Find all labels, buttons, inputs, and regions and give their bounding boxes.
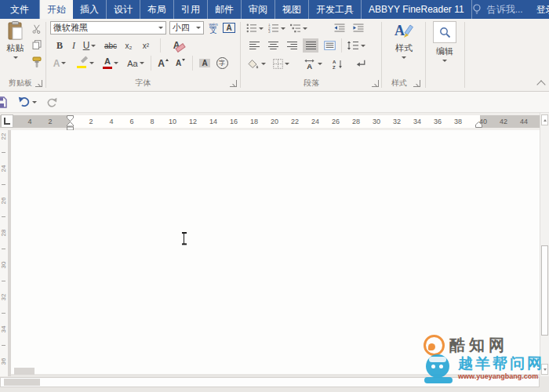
highlight-pen-icon bbox=[76, 58, 88, 68]
paste-button[interactable]: 粘贴 bbox=[2, 21, 28, 73]
numbering-dropdown-arrow bbox=[281, 27, 285, 30]
numbered-list-icon: 123 bbox=[268, 24, 279, 33]
enclose-characters-button[interactable]: 字 bbox=[215, 56, 229, 71]
show-hide-marks-button[interactable] bbox=[353, 56, 369, 71]
vertical-scrollbar[interactable] bbox=[540, 113, 549, 376]
tell-me-box[interactable]: 告诉我... bbox=[487, 3, 523, 16]
strikethrough-button[interactable]: abc bbox=[102, 38, 119, 53]
save-icon[interactable] bbox=[0, 96, 7, 108]
styles-dialog-launcher-icon[interactable] bbox=[413, 80, 420, 87]
line-spacing-dropdown-arrow bbox=[361, 45, 365, 47]
ruler-number: 22 bbox=[291, 115, 299, 128]
font-name-combobox[interactable]: 微软雅黑 bbox=[50, 21, 166, 34]
align-center-button[interactable] bbox=[265, 38, 281, 53]
asian-layout-button[interactable]: A bbox=[301, 56, 325, 71]
redo-button[interactable] bbox=[46, 97, 57, 107]
clipboard-dialog-launcher-icon[interactable] bbox=[35, 80, 42, 87]
cut-button[interactable] bbox=[30, 23, 44, 35]
highlight-color-button[interactable] bbox=[74, 56, 96, 71]
svg-text:Z: Z bbox=[333, 65, 336, 69]
shading-bucket-icon bbox=[248, 59, 260, 69]
underline-button[interactable]: U bbox=[81, 38, 98, 53]
shading-button[interactable] bbox=[245, 56, 267, 71]
bold-button[interactable]: B bbox=[53, 38, 66, 53]
shrink-font-button[interactable]: A bbox=[173, 56, 187, 71]
ribbon-tab-bar: 文件开始插入设计布局引用邮件审阅视图开发工具ABBYY FineReader 1… bbox=[0, 0, 549, 19]
paragraph-dialog-launcher-icon[interactable] bbox=[372, 80, 379, 87]
line-spacing-button[interactable] bbox=[346, 38, 366, 53]
horizontal-scrollbar-thumb[interactable] bbox=[4, 379, 40, 386]
group-separator bbox=[381, 22, 382, 88]
ribbon-tab[interactable]: 设计 bbox=[107, 0, 140, 19]
small-separator bbox=[341, 38, 342, 53]
ribbon-tab[interactable]: 开始 bbox=[40, 0, 73, 19]
collapse-ribbon-icon[interactable] bbox=[536, 80, 545, 89]
align-center-icon bbox=[268, 42, 278, 50]
grow-font-button[interactable]: A bbox=[155, 56, 171, 71]
vertical-scrollbar-thumb[interactable] bbox=[541, 245, 548, 336]
ribbon-tab[interactable]: 视图 bbox=[275, 0, 309, 19]
ribbon-tab[interactable]: 开发工具 bbox=[309, 0, 362, 19]
styles-button[interactable]: A 样式 bbox=[386, 21, 422, 71]
styles-button-label: 样式 bbox=[395, 42, 413, 54]
justify-button[interactable] bbox=[303, 38, 318, 53]
font-color-button[interactable]: A bbox=[100, 56, 121, 71]
styles-icon: A bbox=[394, 21, 414, 40]
distribute-button[interactable] bbox=[322, 38, 337, 53]
ribbon-tab[interactable]: 文件 bbox=[0, 0, 40, 19]
bullets-button[interactable] bbox=[245, 21, 264, 35]
ribbon-tab[interactable]: 邮件 bbox=[208, 0, 242, 19]
quick-access-toolbar bbox=[0, 92, 549, 113]
vertical-ruler-number: 34 bbox=[0, 325, 8, 334]
character-border-button[interactable]: A bbox=[223, 21, 235, 34]
right-indent-marker[interactable] bbox=[475, 122, 482, 128]
numbering-button[interactable]: 123 bbox=[267, 21, 286, 35]
ribbon-tab[interactable]: 插入 bbox=[73, 0, 107, 19]
borders-icon bbox=[273, 59, 283, 69]
align-left-button[interactable] bbox=[246, 38, 262, 53]
increase-indent-button[interactable] bbox=[351, 21, 365, 35]
undo-button[interactable] bbox=[18, 96, 37, 107]
decrease-indent-button[interactable] bbox=[333, 21, 347, 35]
horizontal-ruler[interactable]: 42 2468101214161820222426283032343638 40… bbox=[0, 115, 540, 128]
text-effects-button[interactable]: A bbox=[50, 56, 69, 71]
shading-dropdown-arrow bbox=[261, 63, 266, 65]
ruler-number: 16 bbox=[230, 115, 238, 128]
font-size-combobox[interactable]: 小四 bbox=[169, 21, 204, 34]
phonetic-guide-button[interactable]: wén 文 bbox=[206, 20, 220, 35]
group-separator bbox=[240, 22, 241, 88]
copy-icon bbox=[32, 40, 42, 49]
ribbon-tab[interactable]: 布局 bbox=[140, 0, 174, 19]
italic-button[interactable]: I bbox=[69, 38, 78, 53]
font-dialog-launcher-icon[interactable] bbox=[230, 80, 237, 87]
scroll-up-button[interactable] bbox=[541, 114, 548, 125]
sign-in-button[interactable]: 登录 bbox=[536, 3, 549, 16]
change-case-icon: Aa bbox=[127, 59, 137, 68]
change-case-button[interactable]: Aa bbox=[125, 56, 146, 71]
sort-button[interactable]: AZ bbox=[330, 56, 346, 71]
ribbon-tab[interactable]: ABBYY FineReader 11 bbox=[362, 0, 472, 19]
character-shading-button[interactable]: A bbox=[197, 56, 213, 71]
phonetic-guide-icon: wén 文 bbox=[209, 22, 217, 34]
tab-stop-selector[interactable] bbox=[1, 114, 13, 128]
group-separator bbox=[464, 22, 465, 88]
ribbon-tab[interactable]: 审阅 bbox=[242, 0, 275, 19]
copy-button[interactable] bbox=[30, 38, 44, 51]
format-painter-button[interactable] bbox=[30, 55, 44, 69]
multilevel-list-button[interactable] bbox=[289, 21, 308, 35]
left-tab-icon bbox=[4, 118, 10, 125]
styles-dropdown-arrow bbox=[402, 56, 406, 59]
editing-button[interactable]: 编辑 bbox=[429, 21, 460, 71]
align-right-button[interactable] bbox=[284, 38, 300, 53]
grow-arrow-icon bbox=[165, 59, 169, 61]
borders-button[interactable] bbox=[271, 56, 291, 71]
first-line-indent-marker[interactable] bbox=[67, 115, 74, 122]
subscript-button[interactable]: x₂ bbox=[122, 38, 135, 53]
paragraph-group-label: 段落 bbox=[242, 78, 381, 89]
ribbon-tab[interactable]: 引用 bbox=[174, 0, 208, 19]
editing-button-label: 编辑 bbox=[436, 45, 453, 57]
superscript-button[interactable]: x² bbox=[140, 38, 152, 53]
clear-formatting-button[interactable]: A bbox=[166, 38, 187, 53]
vertical-ruler[interactable]: 22 24 26 28 30 32 34 36 bbox=[0, 130, 8, 376]
yueyang-logo-url: www.yueyangbang.com bbox=[458, 373, 544, 380]
